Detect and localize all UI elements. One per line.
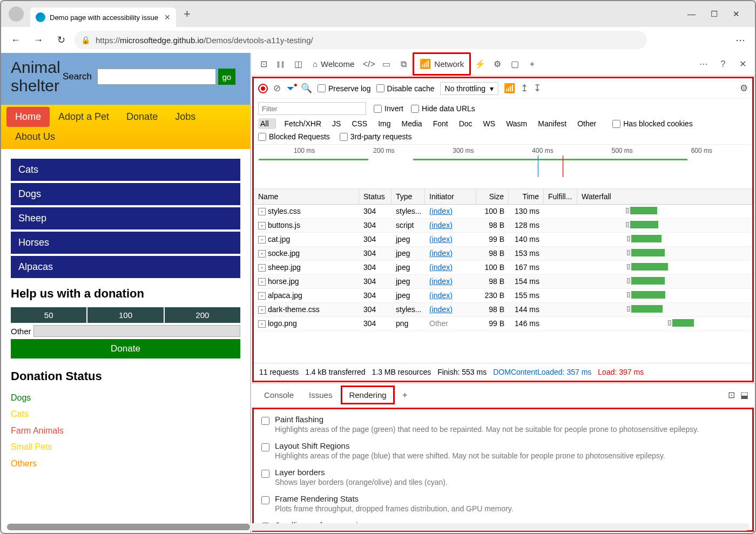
go-button[interactable]: go (218, 69, 235, 85)
devtools-panel: ⊡ ⫿⫿ ◫ ⌂ Welcome </> ▭ ⧉ 📶Network ⚡ ⚙ ▢ … (251, 53, 755, 533)
network-conditions-icon[interactable]: 📶 (504, 83, 515, 94)
table-row[interactable]: ▫alpaca.jpg304jpeg(index)230 B155 ms (254, 289, 752, 303)
blocked-cookies-checkbox[interactable]: Has blocked cookies (612, 119, 692, 128)
address-bar[interactable]: 🔒 https://microsoftedge.github.io/Demos/… (75, 31, 647, 49)
filter-type-img[interactable]: Img (376, 118, 393, 129)
filter-input[interactable] (258, 102, 366, 115)
profile-icon[interactable] (9, 6, 24, 22)
rendering-option[interactable]: Paint flashingHighlights areas of the pa… (261, 415, 745, 434)
clear-icon[interactable]: ⊘ (273, 83, 281, 94)
search-icon[interactable]: 🔍 (301, 83, 312, 94)
close-devtools-icon[interactable]: ✕ (734, 56, 751, 72)
filter-type-other[interactable]: Other (575, 118, 598, 129)
settings-icon[interactable]: ⚙ (740, 83, 748, 94)
category-sheep[interactable]: Sheep (11, 207, 240, 229)
table-row[interactable]: ▫horse.jpg304jpeg(index)98 B154 ms (254, 275, 752, 289)
nav-item-adopt-a-pet[interactable]: Adopt a Pet (50, 107, 118, 127)
expand-icon[interactable]: ⊡ (728, 390, 735, 400)
minimize-icon[interactable]: — (687, 9, 696, 19)
blocked-requests-checkbox[interactable]: Blocked Requests (258, 132, 330, 141)
table-row[interactable]: ▫buttons.js304script(index)98 B128 ms (254, 219, 752, 233)
tier-100[interactable]: 100 (87, 307, 163, 323)
back-button[interactable]: ← (6, 31, 25, 49)
filter-icon[interactable]: ⏷ (286, 83, 295, 94)
filter-type-all[interactable]: All (258, 118, 276, 129)
memory-icon[interactable]: ⚙ (489, 56, 505, 72)
forward-button[interactable]: → (29, 31, 48, 49)
tab-network[interactable]: 📶Network (413, 52, 471, 76)
preserve-log-checkbox[interactable]: Preserve log (318, 84, 371, 93)
inspect-icon[interactable]: ⊡ (255, 56, 272, 72)
console-icon[interactable]: ▭ (378, 56, 394, 72)
filter-type-manifest[interactable]: Manifest (536, 118, 569, 129)
throttling-select[interactable]: No throttling▾ (440, 82, 498, 95)
table-row[interactable]: ▫logo.png304pngOther99 B146 ms (254, 317, 752, 331)
filter-type-css[interactable]: CSS (349, 118, 369, 129)
new-tab-button[interactable]: + (184, 7, 191, 21)
help-icon[interactable]: ? (715, 56, 731, 72)
drawer-tab-console[interactable]: Console (258, 387, 300, 403)
filter-type-js[interactable]: JS (330, 118, 343, 129)
filter-type-ws[interactable]: WS (481, 118, 498, 129)
other-input[interactable] (33, 325, 240, 337)
filter-type-media[interactable]: Media (400, 118, 424, 129)
dock-drawer-icon[interactable]: ⬓ (740, 390, 748, 400)
table-header[interactable]: Name Status Type Initiator Size Time Ful… (254, 189, 752, 205)
add-tab-icon[interactable]: + (524, 56, 540, 72)
disable-cache-checkbox[interactable]: Disable cache (376, 84, 435, 93)
filter-type-fetch-xhr[interactable]: Fetch/XHR (282, 118, 323, 129)
category-cats[interactable]: Cats (11, 159, 240, 181)
nav-item-jobs[interactable]: Jobs (166, 107, 204, 127)
table-row[interactable]: ▫socke.jpg304jpeg(index)98 B153 ms (254, 247, 752, 261)
nav-item-about-us[interactable]: About Us (6, 127, 64, 147)
file-icon: ▫ (258, 222, 266, 229)
rendering-option[interactable]: Frame Rendering StatsPlots frame through… (261, 494, 745, 513)
more-icon[interactable]: ⋯ (731, 31, 750, 49)
drawer-tab-rendering[interactable]: Rendering (341, 386, 394, 404)
drawer-tab-issues[interactable]: Issues (302, 387, 339, 403)
network-table: Name Status Type Initiator Size Time Ful… (254, 189, 752, 363)
nav-item-home[interactable]: Home (6, 107, 50, 127)
browser-tab[interactable]: Demo page with accessibility issue ✕ (30, 8, 176, 27)
donate-button[interactable]: Donate (11, 339, 240, 359)
table-row[interactable]: ▫styles.css304styles...(index)100 B130 m… (254, 205, 752, 219)
category-horses[interactable]: Horses (11, 232, 240, 254)
device-icon[interactable]: ⫿⫿ (273, 56, 289, 72)
third-party-checkbox[interactable]: 3rd-party requests (340, 132, 412, 141)
elements-icon[interactable]: </> (361, 56, 377, 72)
sources-icon[interactable]: ⧉ (395, 56, 411, 72)
application-icon[interactable]: ▢ (507, 56, 523, 72)
search-input[interactable] (97, 69, 216, 85)
performance-icon[interactable]: ⚡ (472, 56, 488, 72)
record-button[interactable] (258, 84, 268, 93)
tier-50[interactable]: 50 (11, 307, 86, 323)
import-icon[interactable]: ↥ (521, 83, 528, 94)
add-drawer-tab-icon[interactable]: + (397, 387, 413, 403)
horizontal-scrollbar[interactable] (6, 523, 750, 531)
filter-type-doc[interactable]: Doc (457, 118, 475, 129)
category-alpacas[interactable]: Alpacas (11, 256, 240, 278)
hide-urls-checkbox[interactable]: Hide data URLs (411, 104, 475, 113)
table-row[interactable]: ▫sheep.jpg304jpeg(index)100 B167 ms (254, 261, 752, 275)
favicon-icon (36, 12, 45, 22)
table-row[interactable]: ▫cat.jpg304jpeg(index)99 B140 ms (254, 233, 752, 247)
category-dogs[interactable]: Dogs (11, 183, 240, 205)
refresh-button[interactable]: ↻ (52, 31, 70, 49)
rendering-option[interactable]: Layout Shift RegionsHighlights areas of … (261, 441, 745, 460)
nav-item-donate[interactable]: Donate (118, 107, 166, 127)
tab-welcome[interactable]: ⌂ Welcome (307, 55, 360, 73)
scrollbar-thumb[interactable] (7, 524, 250, 530)
dock-icon[interactable]: ◫ (290, 56, 306, 72)
close-icon[interactable]: ✕ (164, 13, 171, 22)
table-row[interactable]: ▫dark-theme.css304styles...(index)98 B14… (254, 303, 752, 317)
more-tools-icon[interactable]: ⋯ (696, 56, 712, 72)
timeline-overview[interactable]: 100 ms200 ms300 ms400 ms500 ms600 ms (254, 145, 752, 189)
close-window-icon[interactable]: ✕ (733, 9, 740, 19)
export-icon[interactable]: ↧ (534, 83, 541, 94)
filter-type-wasm[interactable]: Wasm (504, 118, 529, 129)
rendering-option[interactable]: Layer bordersShows layer borders (orange… (261, 468, 745, 486)
maximize-icon[interactable]: ☐ (711, 9, 718, 19)
tier-200[interactable]: 200 (165, 307, 240, 323)
filter-type-font[interactable]: Font (431, 118, 450, 129)
invert-checkbox[interactable]: Invert (374, 104, 403, 113)
